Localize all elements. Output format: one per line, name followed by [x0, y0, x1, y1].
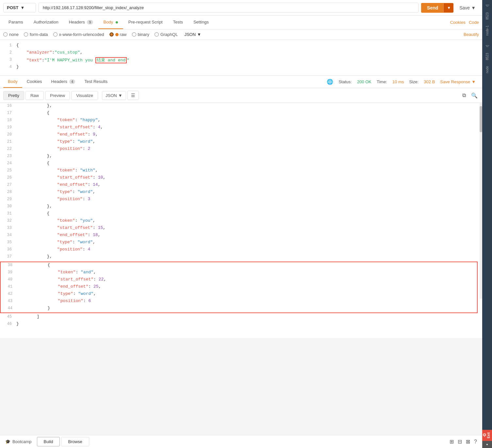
bootcamp-icon: 🎓 — [5, 439, 10, 444]
resp-line-19: 19 "start_offset": 4, — [0, 124, 482, 132]
body-options-bar: none form-data x-www-form-urlencoded raw… — [0, 29, 482, 40]
response-format-dropdown[interactable]: JSON ▼ — [102, 91, 126, 100]
scrollbar-thumb[interactable] — [480, 106, 482, 132]
view-right-icons: ⧉ 🔍 — [461, 91, 479, 100]
send-dropdown-icon[interactable]: ▼ — [444, 3, 453, 12]
method-select[interactable]: POST ▼ — [3, 3, 36, 12]
resp-tab-test-results[interactable]: Test Results — [80, 76, 112, 88]
url-bar: POST ▼ Send ▼ Save ▼ — [0, 0, 482, 16]
resp-line-44: 44 } — [1, 305, 477, 312]
resp-line-33: 33 "start_offset": 15, — [0, 225, 482, 232]
resp-line-36: 36 "position": 4 — [0, 247, 482, 254]
radio-form-data[interactable]: form-data — [24, 32, 48, 37]
tab-tests[interactable]: Tests — [168, 16, 188, 29]
tab-headers[interactable]: Headers 9 — [64, 16, 98, 29]
resp-line-43: 43 "position": 6 — [1, 298, 477, 305]
sidebar-strip-item-4: r] — [485, 44, 490, 48]
resp-line-38: 38 { — [1, 262, 477, 269]
sidebar-strip-item-5: 8523 — [485, 52, 490, 61]
bottom-bar: 🎓 Bootcamp Build Browse ⊞ ⊟ ⊠ ? — [0, 435, 482, 448]
view-raw-button[interactable]: Raw — [25, 91, 44, 100]
save-response-dropdown-icon: ▼ — [471, 79, 476, 84]
radio-urlencoded[interactable]: x-www-form-urlencoded — [53, 32, 104, 37]
radio-raw[interactable]: raw — [109, 32, 127, 37]
copy-button[interactable]: ⧉ — [461, 91, 467, 100]
url-input[interactable] — [39, 3, 418, 13]
response-view-options: Pretty Raw Preview Visualize JSON ▼ ☰ ⧉ … — [0, 88, 482, 103]
sidebar-strip-item-3: node-1 — [485, 24, 490, 37]
globe-icon: 🌐 — [327, 79, 333, 85]
response-body-code: 16 }, 17 { 18 "token": "happy", 19 — [0, 103, 482, 338]
format-label: JSON — [184, 32, 196, 37]
right-sidebar-strip: r] 8523 node-1 r] 8523 node ⏻Exit ● — [482, 0, 492, 448]
resp-line-31: 31 { — [0, 211, 482, 218]
resp-line-24: 24 { — [0, 160, 482, 168]
send-label: Send — [421, 3, 444, 13]
code-line-3: 3 "text":"I'M HAPPY_with you 结束 and end" — [0, 57, 482, 64]
bootcamp-label: 🎓 Bootcamp — [5, 439, 32, 444]
resp-headers-badge: 4 — [69, 79, 75, 84]
body-dot — [116, 21, 118, 24]
search-button[interactable]: 🔍 — [470, 91, 479, 100]
view-preview-button[interactable]: Preview — [45, 91, 70, 100]
resp-line-39: 39 "token": "and", — [1, 269, 477, 277]
resp-line-37: 37 }, — [0, 254, 482, 261]
browse-tab[interactable]: Browse — [61, 437, 89, 446]
request-body-editor[interactable]: 1 { 2 "analyzer":"cus_stop", 3 "text":"I… — [0, 40, 482, 76]
tab-settings[interactable]: Settings — [188, 16, 214, 29]
tab-authorization[interactable]: Authorization — [28, 16, 64, 29]
sidebar-extra-button[interactable]: ● — [482, 441, 492, 448]
save-label: Save — [459, 5, 470, 10]
resp-line-26: 26 "start_offset": 10, — [0, 175, 482, 182]
panel-icon-button[interactable]: ⊠ — [466, 439, 470, 445]
cookies-link[interactable]: Cookies — [450, 20, 466, 25]
send-button[interactable]: Send ▼ — [421, 3, 453, 13]
view-visualize-button[interactable]: Visualize — [71, 91, 98, 100]
grid-icon-button[interactable]: ⊞ — [450, 439, 454, 445]
exit-button[interactable]: ⏻Exit — [482, 430, 492, 441]
response-format-label: JSON — [106, 93, 117, 98]
format-dropdown-icon: ▼ — [197, 32, 201, 37]
resp-line-45: 45 ] — [0, 314, 482, 321]
resp-line-25: 25 "token": "with", — [0, 168, 482, 175]
save-button[interactable]: Save ▼ — [456, 3, 479, 13]
size-value: 302 B — [424, 79, 435, 84]
request-tabs-nav: Params Authorization Headers 9 Body Pre-… — [0, 16, 482, 29]
tab-params[interactable]: Params — [3, 16, 28, 29]
build-tab[interactable]: Build — [37, 437, 60, 446]
resp-line-16: 16 }, — [0, 103, 482, 110]
tab-body[interactable]: Body — [98, 16, 123, 29]
layout-icon-button[interactable]: ⊟ — [458, 439, 462, 445]
vertical-scrollbar[interactable] — [480, 103, 482, 299]
resp-line-17: 17 { — [0, 110, 482, 117]
resp-line-32: 32 "token": "you", — [0, 218, 482, 225]
response-tabs-bar: Body Cookies Headers 4 Test Results 🌐 St… — [0, 76, 482, 88]
radio-graphql[interactable]: GraphQL — [155, 32, 178, 37]
resp-line-41: 41 "end_offset": 25, — [1, 284, 477, 291]
resp-line-21: 21 "type": "word", — [0, 139, 482, 146]
response-highlight-block: 38 { 39 "token": "and", 40 "start_offset… — [0, 262, 478, 313]
bootcamp-text: Bootcamp — [12, 439, 32, 444]
resp-line-29: 29 "position": 3 — [0, 196, 482, 203]
resp-line-28: 28 "type": "word", — [0, 189, 482, 196]
resp-line-22: 22 "position": 2 — [0, 146, 482, 153]
code-link[interactable]: Code — [469, 20, 479, 25]
resp-line-30: 30 }, — [0, 203, 482, 211]
resp-line-20: 20 "end_offset": 9, — [0, 132, 482, 139]
radio-binary[interactable]: binary — [132, 32, 149, 37]
help-button[interactable]: ? — [474, 439, 477, 445]
beautify-button[interactable]: Beautify — [464, 32, 479, 37]
resp-tab-headers[interactable]: Headers 4 — [47, 76, 80, 88]
response-format-icon: ▼ — [118, 93, 123, 98]
resp-tab-cookies[interactable]: Cookies — [22, 76, 47, 88]
view-pretty-button[interactable]: Pretty — [3, 91, 24, 100]
save-response-button[interactable]: Save Response ▼ — [440, 79, 476, 84]
tab-pre-request[interactable]: Pre-request Script — [123, 16, 168, 29]
format-dropdown[interactable]: JSON ▼ — [184, 32, 201, 37]
status-value: 200 OK — [357, 79, 371, 84]
filter-icon-button[interactable]: ☰ — [127, 91, 139, 100]
nav-right-links: Cookies Code — [450, 20, 479, 25]
resp-tab-body[interactable]: Body — [3, 76, 22, 88]
sidebar-strip-item-6: node — [485, 65, 490, 74]
radio-none[interactable]: none — [3, 32, 19, 37]
